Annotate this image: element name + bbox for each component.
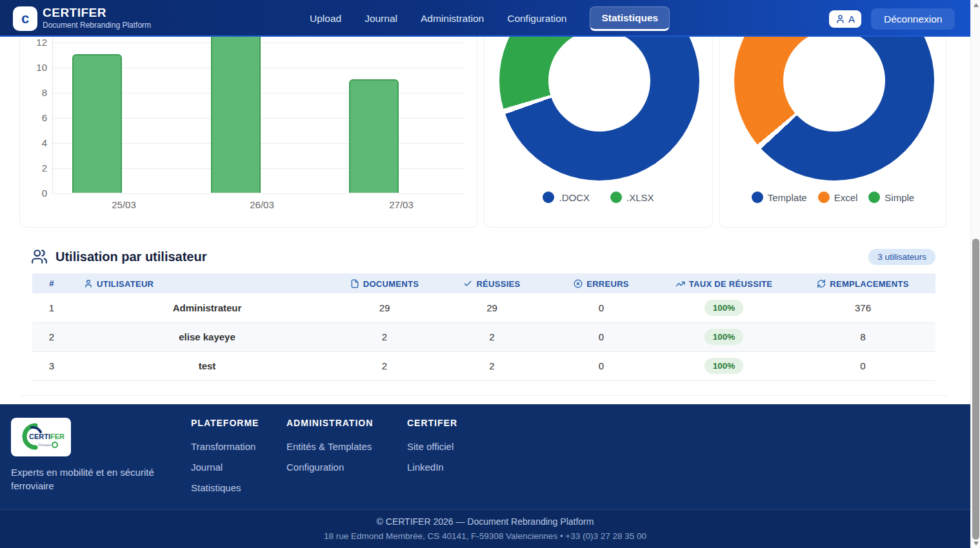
y-tick: 10: [20, 62, 47, 73]
legend-label-template: Template: [768, 192, 807, 203]
footer-link-journal[interactable]: Journal: [191, 462, 259, 473]
col-successes: RÉUSSIES: [439, 273, 545, 293]
legend-item-simple[interactable]: Simple: [868, 191, 914, 203]
cell-errors: 0: [545, 322, 657, 351]
table-row: 3 test 2 2 0 100% 0: [32, 351, 935, 380]
legend-item-template[interactable]: Template: [752, 191, 807, 203]
brand-subtitle: Document Rebranding Platform: [43, 21, 151, 30]
cell-rank: 3: [32, 351, 71, 380]
usage-title: Utilisation par utilisateur: [55, 250, 206, 264]
footer-link-statistiques[interactable]: Statistiques: [191, 482, 259, 493]
cell-success-rate: 100%: [657, 293, 790, 322]
col-rank: #: [32, 273, 71, 293]
nav-item-journal[interactable]: Journal: [365, 13, 397, 24]
usage-section: Utilisation par utilisateur 3 utilisateu…: [19, 237, 948, 396]
brand-name: CERTIFER: [43, 5, 151, 21]
user-icon: [835, 14, 845, 24]
legend-item-excel[interactable]: Excel: [818, 191, 858, 203]
type-donut-chart[interactable]: [734, 37, 934, 181]
brand-logo: c: [13, 6, 37, 31]
refresh-icon: [817, 279, 826, 288]
y-tick: 12: [20, 37, 47, 48]
cell-user: Administrateur: [71, 293, 330, 322]
footer-col-heading: CERTIFER: [407, 418, 457, 428]
x-circle-icon: [574, 279, 583, 288]
svg-text:Groupe: Groupe: [38, 443, 52, 447]
footer-link-entites-templates[interactable]: Entités & Templates: [286, 441, 373, 452]
footer-col-certifer: CERTIFER Site officiel LinkedIn: [407, 418, 457, 482]
cell-documents: 2: [330, 322, 439, 351]
scrollbar-thumb[interactable]: [972, 239, 979, 540]
footer: CERTIFER Groupe Experts en mobilité et e…: [0, 404, 970, 548]
users-icon: [31, 248, 48, 265]
scroll-down-arrow[interactable]: [971, 538, 980, 548]
legend-dot-excel: [818, 191, 830, 203]
legend-dot-docx: [543, 191, 554, 203]
bar-27-03[interactable]: [349, 79, 399, 193]
cell-successes: 29: [439, 293, 545, 322]
legend-label-excel: Excel: [834, 192, 858, 203]
footer-tagline: Experts en mobilité et en sécurité ferro…: [11, 465, 166, 493]
cell-successes: 2: [439, 322, 545, 351]
bar-26-03[interactable]: [211, 37, 261, 193]
user-chip[interactable]: A: [829, 10, 861, 28]
cell-replacements: 376: [790, 293, 935, 322]
bar-25-03[interactable]: [72, 54, 122, 193]
col-success-rate: TAUX DE RÉUSSITE: [657, 273, 790, 293]
trending-up-icon: [675, 279, 685, 289]
cell-rank: 2: [32, 322, 71, 351]
y-tick: 8: [20, 87, 47, 98]
filetype-donut-card: .DOCX .XLSX: [484, 37, 713, 228]
y-tick: 0: [20, 188, 47, 199]
legend-item-docx[interactable]: .DOCX: [543, 191, 590, 203]
legend-item-xlsx[interactable]: .XLSX: [610, 191, 654, 203]
navbar: c CERTIFER Document Rebranding Platform …: [0, 0, 970, 37]
certifer-logo: CERTIFER Groupe: [16, 422, 66, 453]
nav-item-administration[interactable]: Administration: [421, 13, 484, 24]
cell-user: test: [71, 351, 330, 380]
user-initial: A: [848, 14, 855, 24]
cell-successes: 2: [439, 351, 545, 380]
footer-col-administration: ADMINISTRATION Entités & Templates Confi…: [286, 418, 373, 482]
logout-button[interactable]: Déconnexion: [871, 8, 955, 30]
bar-chart-card: 12 10 8 6 4 2 0 25/03 26/03 27/03: [19, 37, 477, 228]
bar-chart-y-axis: [52, 37, 53, 193]
legend-dot-simple: [868, 191, 880, 203]
cell-replacements: 8: [790, 322, 935, 351]
usage-table: # UTILISATEUR DOCUMENTS RÉUSSIES: [32, 273, 935, 381]
legend-dot-template: [752, 191, 763, 203]
file-icon: [350, 279, 359, 288]
footer-link-linkedin[interactable]: LinkedIn: [407, 462, 457, 473]
cell-errors: 0: [545, 351, 657, 380]
footer-col-plateforme: PLATEFORME Transformation Journal Statis…: [191, 418, 259, 503]
type-donut-legend: Template Excel Simple: [720, 191, 946, 203]
page-viewport: c CERTIFER Document Rebranding Platform …: [0, 0, 970, 548]
svg-text:CERTIFER: CERTIFER: [29, 433, 65, 440]
cell-replacements: 0: [790, 351, 935, 380]
filetype-donut-chart[interactable]: [499, 37, 699, 181]
legend-dot-xlsx: [610, 191, 622, 203]
screen: c CERTIFER Document Rebranding Platform …: [0, 0, 980, 548]
cell-documents: 2: [330, 351, 439, 380]
y-tick: 6: [20, 112, 47, 123]
footer-link-site-officiel[interactable]: Site officiel: [407, 441, 457, 452]
scrollbar: [970, 0, 980, 548]
footer-link-transformation[interactable]: Transformation: [191, 441, 259, 452]
nav-item-configuration[interactable]: Configuration: [507, 13, 566, 24]
user-icon: [84, 279, 93, 288]
footer-bottom-bar: © CERTIFER 2026 — Document Rebranding Pl…: [0, 509, 970, 548]
cell-success-rate: 100%: [657, 351, 790, 380]
copyright-text: © CERTIFER 2026 — Document Rebranding Pl…: [0, 516, 970, 527]
col-user: UTILISATEUR: [71, 273, 330, 293]
x-tick-27-03: 27/03: [369, 199, 434, 210]
footer-link-configuration[interactable]: Configuration: [286, 462, 373, 473]
footer-col-heading: PLATEFORME: [191, 418, 259, 428]
table-row: 2 elise kayeye 2 2 0 100% 8: [32, 322, 935, 351]
scroll-up-arrow[interactable]: [971, 0, 980, 10]
nav-item-upload[interactable]: Upload: [310, 13, 341, 24]
usage-header: Utilisation par utilisateur 3 utilisateu…: [19, 237, 948, 273]
y-tick: 2: [20, 162, 47, 173]
legend-label-simple: Simple: [885, 192, 914, 203]
nav-item-statistiques[interactable]: Statistiques: [590, 6, 670, 31]
x-tick-25-03: 25/03: [92, 199, 156, 210]
